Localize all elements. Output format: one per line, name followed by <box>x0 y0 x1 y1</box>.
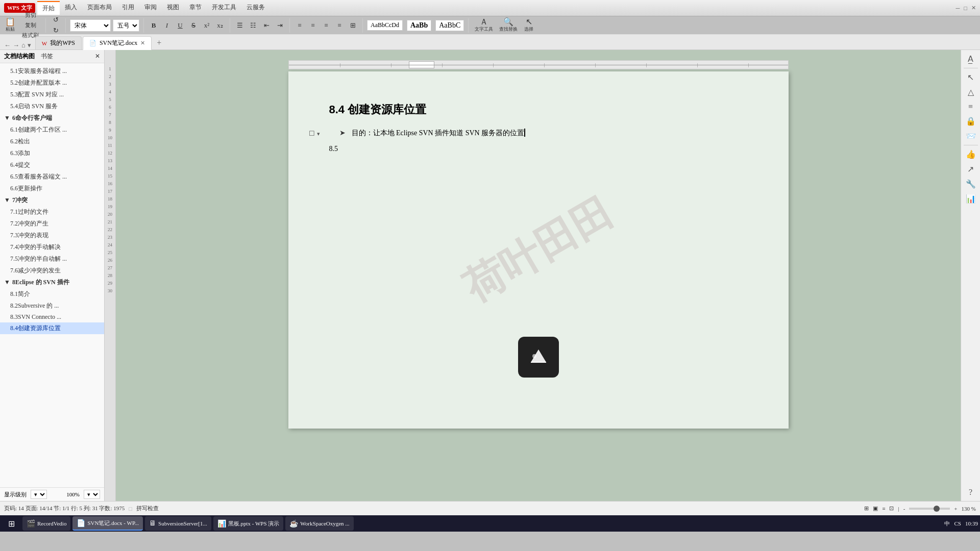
style-panel-button[interactable]: A̲ <box>967 52 974 66</box>
unordered-list-button[interactable]: ☰ <box>234 20 246 31</box>
sidebar-item-10[interactable]: 6.6更新操作 <box>0 183 104 194</box>
sidebar-item-6[interactable]: 6.2检出 <box>0 136 104 147</box>
sidebar-item-4[interactable]: ▼ 6命令行客户端 <box>0 112 104 124</box>
sidebar-item-8[interactable]: 6.4提交 <box>0 159 104 171</box>
sidebar-close-button[interactable]: ✕ <box>95 53 100 60</box>
taskbar-eclipse[interactable]: ☕ WorkSpaceOxygen ... <box>285 516 353 531</box>
align-right-button[interactable]: ≡ <box>321 20 332 31</box>
taskbar-recordvedio[interactable]: 🎬 RecordVedio <box>22 516 70 531</box>
sidebar-item-0[interactable]: 5.1安装服务器端程 ... <box>0 65 104 77</box>
strikethrough-button[interactable]: S̶ <box>188 20 199 31</box>
sidebar-item-3[interactable]: 5.4启动 SVN 服务 <box>0 101 104 112</box>
start-button[interactable]: ⊞ <box>2 516 20 531</box>
redo-button[interactable]: ↻ <box>50 26 61 36</box>
text-tools-button[interactable]: Ａ 文字工具 <box>473 17 495 34</box>
zoom-slider-thumb[interactable] <box>934 506 940 512</box>
sidebar-item-16[interactable]: 7.5冲突的半自动解 ... <box>0 253 104 265</box>
maximize-button[interactable]: □ <box>964 5 967 11</box>
zoom-in-button[interactable]: + <box>954 506 957 512</box>
subscript-button[interactable]: x₂ <box>214 20 226 31</box>
copy-button[interactable]: 复制 <box>19 20 41 30</box>
style-heading2-button[interactable]: AaBbC <box>435 20 464 31</box>
sidebar-item-12[interactable]: 7.1过时的文件 <box>0 206 104 218</box>
spell-check-status[interactable]: 拼写检查 <box>136 505 159 512</box>
share2-panel-button[interactable]: ↗ <box>966 162 975 176</box>
ordered-list-button[interactable]: ☷ <box>248 20 259 31</box>
style-normal-button[interactable]: AaBbCcDd <box>367 20 403 31</box>
align-justify-button[interactable]: ≡ <box>334 20 345 31</box>
tab-svn-close[interactable]: ✕ <box>140 40 145 46</box>
sidebar-item-11[interactable]: ▼ 7冲突 <box>0 194 104 206</box>
sidebar-item-2[interactable]: 5.3配置 SVN 对应 ... <box>0 89 104 101</box>
zoom-slider[interactable] <box>909 508 950 510</box>
tab-mywps[interactable]: W 我的WPS <box>35 36 82 49</box>
shape-panel-button[interactable]: △ <box>967 85 975 99</box>
tab-svn[interactable]: 📄 SVN笔记.docx ✕ <box>83 36 152 50</box>
zoom-select[interactable]: ▾ <box>84 490 100 499</box>
document-area[interactable]: | | | | | | | | | 荷叶田田 8.4 创建资源库位置 ☐ ▾ <box>116 50 961 501</box>
font-family-select[interactable]: 宋体 <box>70 19 111 32</box>
view-icon-3[interactable]: ≡ <box>882 506 885 512</box>
align-left-button[interactable]: ≡ <box>294 20 305 31</box>
view-icon-4[interactable]: ⊡ <box>889 505 894 512</box>
taskbar-input-mode[interactable]: CS <box>954 520 961 527</box>
minimize-button[interactable]: ─ <box>956 5 960 11</box>
select-button[interactable]: ↖ 选择 <box>522 17 536 34</box>
analyze-panel-button[interactable]: 📊 <box>965 192 977 206</box>
menu-cloud[interactable]: 云服务 <box>241 1 270 15</box>
sidebar-item-9[interactable]: 6.5查看服务器端文 ... <box>0 171 104 183</box>
sidebar-tab-structure[interactable]: 文档结构图 <box>4 52 35 61</box>
taskbar-language[interactable]: 中 <box>944 520 950 528</box>
zoom-out-button[interactable]: - <box>903 506 905 512</box>
bold-button[interactable]: B <box>148 20 159 31</box>
menu-page-layout[interactable]: 页面布局 <box>82 1 117 15</box>
sidebar-item-7[interactable]: 6.3添加 <box>0 147 104 159</box>
underline-button[interactable]: U <box>175 20 186 31</box>
menu-review[interactable]: 审阅 <box>139 1 162 15</box>
view-icon-2[interactable]: ▣ <box>873 505 878 512</box>
recommend-panel-button[interactable]: 👍 <box>965 147 977 161</box>
menu-developer[interactable]: 开发工具 <box>207 1 241 15</box>
sidebar-item-18[interactable]: ▼ 8Eclipse 的 SVN 插件 <box>0 277 104 288</box>
sidebar-item-22[interactable]: 8.4创建资源库位置 <box>0 322 104 334</box>
menu-chapter[interactable]: 章节 <box>184 1 207 15</box>
sidebar-item-15[interactable]: 7.4冲突的手动解决 <box>0 241 104 253</box>
bullet-text-1[interactable]: 目的：让本地 Eclipse SVN 插件知道 SVN 服务器的位置 <box>352 128 526 139</box>
sidebar-item-20[interactable]: 8.2Subversive 的 ... <box>0 300 104 312</box>
increase-indent-button[interactable]: ⇥ <box>274 20 285 31</box>
align-center-button[interactable]: ≡ <box>307 20 318 31</box>
taskbar-svn[interactable]: 📄 SVN笔记.docx - WP... <box>72 516 143 531</box>
sidebar-item-1[interactable]: 5.2创建并配置版本 ... <box>0 77 104 89</box>
sidebar-item-5[interactable]: 6.1创建两个工作区 ... <box>0 124 104 136</box>
view-icon-1[interactable]: ⊞ <box>864 505 869 512</box>
superscript-button[interactable]: x² <box>201 20 212 31</box>
font-size-select[interactable]: 五号 <box>113 19 139 32</box>
close-button[interactable]: ✕ <box>971 5 976 11</box>
find-replace-button[interactable]: 🔍 查找替换 <box>497 17 520 34</box>
paste-button[interactable]: 📋 粘贴 <box>3 17 17 34</box>
sidebar-item-19[interactable]: 8.1简介 <box>0 288 104 300</box>
sidebar-item-13[interactable]: 7.2冲突的产生 <box>0 218 104 230</box>
sidebar-item-21[interactable]: 8.3SVN Connecto ... <box>0 312 104 322</box>
dropdown-arrow-icon[interactable]: ▾ <box>317 131 320 137</box>
restrict-panel-button[interactable]: 🔒 <box>965 114 977 128</box>
nav-forward-button[interactable]: → <box>13 41 19 49</box>
tools-panel-button[interactable]: 🔧 <box>965 177 977 191</box>
level-select[interactable]: ▾ <box>31 490 47 499</box>
nav-dropdown-button[interactable]: ▾ <box>28 41 31 49</box>
undo-button[interactable]: ↺ <box>50 15 61 25</box>
decrease-indent-button[interactable]: ⇤ <box>261 20 272 31</box>
columns-button[interactable]: ⊞ <box>347 20 358 31</box>
menu-insert[interactable]: 插入 <box>60 1 82 15</box>
select-panel-button[interactable]: ↖ <box>966 70 975 84</box>
menu-reference[interactable]: 引用 <box>117 1 139 15</box>
document-page[interactable]: 荷叶田田 8.4 创建资源库位置 ☐ ▾ ➤ 目的：让本地 Eclipse SV… <box>288 71 789 429</box>
share-panel-button[interactable]: 📨 <box>965 129 977 143</box>
sidebar-tab-bookmark[interactable]: 书签 <box>41 52 53 61</box>
sidebar-item-14[interactable]: 7.3冲突的表现 <box>0 230 104 241</box>
help-panel-button[interactable]: ? <box>968 486 973 499</box>
list-icon[interactable]: ☐ <box>309 130 315 138</box>
cut-button[interactable]: 剪切 <box>19 10 41 20</box>
property-panel-button[interactable]: ≡ <box>967 100 974 113</box>
new-tab-button[interactable]: + <box>153 36 165 49</box>
